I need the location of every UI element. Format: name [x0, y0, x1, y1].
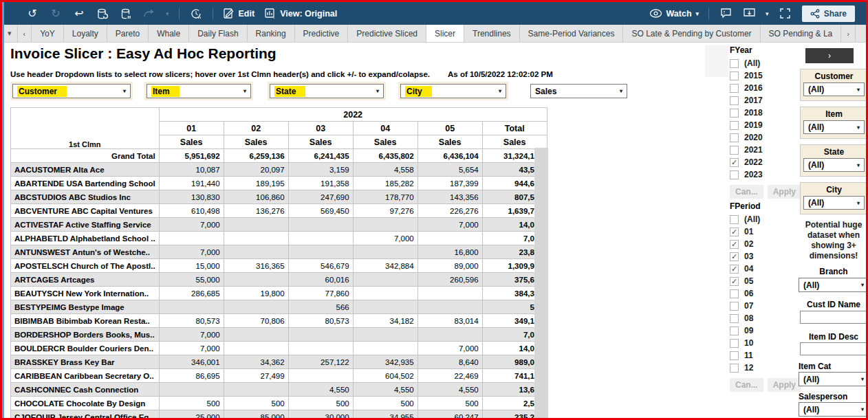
collapse-panel-button[interactable]: › [805, 48, 854, 63]
customer-label-cell[interactable]: ACTIVESTAF Active Staffing Service [11, 218, 160, 232]
sales-cell[interactable] [353, 273, 417, 287]
salesperson-dropdown[interactable]: (All)▾ [799, 402, 868, 417]
customer-label-cell[interactable]: CHOCOLATE Chocolate By Design [11, 397, 160, 410]
sales-cell[interactable] [224, 245, 288, 259]
sales-cell[interactable]: 7,000 [353, 232, 417, 245]
sales-cell[interactable]: 569,450 [288, 204, 353, 218]
sales-cell[interactable]: 7,000 [417, 342, 482, 355]
grand-total-cell[interactable]: 6,435,802 [353, 149, 417, 163]
sales-cell[interactable]: 80,573 [288, 314, 353, 328]
sales-cell[interactable] [353, 245, 417, 259]
grand-total-cell[interactable]: 6,241,435 [288, 149, 353, 163]
sales-cell[interactable]: 19,800 [224, 287, 288, 300]
sales-cell[interactable]: 7,000 [159, 342, 224, 355]
measure-header[interactable]: Sales [353, 135, 417, 149]
sales-cell[interactable]: 83,014 [417, 314, 482, 328]
tab-pareto[interactable]: Pareto [107, 25, 149, 42]
sales-cell[interactable]: 97,276 [353, 204, 417, 218]
period-header-04[interactable]: 04 [353, 122, 417, 135]
customer-label-cell[interactable]: BIBIMBAB Bibimbab Korean Resta.. [11, 314, 160, 328]
undo-icon[interactable]: ↺ [25, 7, 39, 21]
sales-cell[interactable] [288, 342, 353, 355]
tab-predictive[interactable]: Predictive [295, 25, 349, 42]
fperiod-option-08[interactable]: 08 [730, 312, 799, 324]
sales-cell[interactable] [224, 273, 288, 287]
checkbox-icon[interactable] [730, 351, 739, 360]
sales-cell[interactable] [353, 342, 417, 355]
tab-whale[interactable]: Whale [149, 25, 189, 42]
forward-icon[interactable] [142, 7, 156, 21]
sales-cell[interactable]: 30,000 [288, 410, 353, 420]
sales-cell[interactable]: 189,195 [224, 177, 288, 190]
measure-header[interactable]: Sales [224, 135, 288, 149]
sales-cell[interactable]: 566 [288, 300, 353, 314]
tab-same-period-variances[interactable]: Same-Period Variances [520, 25, 624, 42]
sales-cell[interactable]: 7,000 [417, 218, 482, 232]
sales-cell[interactable]: 106,860 [224, 190, 288, 204]
sales-cell[interactable] [288, 245, 353, 259]
fyear-option-2020[interactable]: 2020 [730, 131, 799, 144]
sales-cell[interactable]: 34,955 [353, 410, 417, 420]
tab-slicer[interactable]: Slicer [426, 25, 464, 42]
first-column-header[interactable]: 1st Clmn [11, 108, 160, 149]
checkbox-icon[interactable] [730, 327, 739, 335]
sales-cell[interactable] [353, 218, 417, 232]
sales-cell[interactable] [353, 328, 417, 342]
checkbox-checked-icon[interactable]: ✓ [730, 265, 739, 274]
tab-scroll-prev[interactable]: ‹ [18, 25, 32, 42]
redo-icon[interactable]: ↻ [49, 7, 63, 21]
sales-cell[interactable]: 187,399 [417, 177, 482, 190]
measure-header[interactable]: Sales [288, 135, 353, 149]
measure-header[interactable]: Sales [417, 135, 482, 149]
pause-updates-icon[interactable] [119, 7, 133, 21]
sales-cell[interactable] [417, 328, 482, 342]
sales-cell[interactable]: 7,000 [159, 328, 224, 342]
sales-cell[interactable]: 500 [224, 397, 288, 410]
sales-cell[interactable] [417, 232, 482, 245]
revert-icon[interactable]: ↩ [72, 7, 86, 21]
sales-cell[interactable]: 55,000 [159, 273, 224, 287]
fperiod-option-02[interactable]: ✓02 [730, 238, 799, 250]
sales-cell[interactable]: 25,000 [159, 410, 224, 420]
sales-cell[interactable] [288, 232, 353, 245]
sales-cell[interactable]: 5,654 [417, 163, 482, 177]
fperiod-option-12[interactable]: 12 [730, 362, 799, 374]
sales-cell[interactable]: 610,498 [159, 204, 224, 218]
sales-cell[interactable] [288, 369, 353, 383]
grand-total-cell[interactable]: 5,951,692 [159, 149, 224, 163]
sales-cell[interactable]: 4,550 [417, 383, 482, 397]
sales-cell[interactable]: 286,685 [159, 287, 224, 300]
tab-so-late-pending-by-customer[interactable]: SO Late & Pending by Customer [623, 25, 760, 42]
sales-cell[interactable]: 136,276 [224, 204, 288, 218]
fperiod-option-07[interactable]: 07 [730, 300, 799, 312]
sales-cell[interactable]: 22,469 [417, 369, 482, 383]
checkbox-checked-icon[interactable]: ✓ [730, 277, 739, 286]
slicer-dropdown-customer[interactable]: Customer▾ [12, 84, 131, 98]
sales-cell[interactable]: 500 [353, 397, 417, 410]
period-header-02[interactable]: 02 [224, 122, 288, 135]
sales-cell[interactable]: 77,860 [288, 287, 353, 300]
measure-header[interactable]: Sales [482, 135, 547, 149]
customer-label-cell[interactable]: CARIBBEAN Caribbean Secretary O.. [11, 369, 160, 383]
tab-so-pending-la[interactable]: SO Pending & La [761, 25, 842, 42]
fyear-option-2016[interactable]: 2016 [730, 82, 799, 94]
sales-cell[interactable]: 4,550 [288, 383, 353, 397]
checkbox-icon[interactable] [730, 59, 739, 68]
sales-cell[interactable]: 86,695 [159, 369, 224, 383]
customer-label-cell[interactable]: CJOEQUIP Jersey Central Office Eq.. [11, 410, 160, 420]
fperiod-option-04[interactable]: ✓04 [730, 263, 799, 275]
table-scrollbar[interactable] [534, 148, 548, 418]
tab-loyalty[interactable]: Loyalty [64, 25, 107, 42]
sales-cell[interactable]: 500 [417, 397, 482, 410]
sales-cell[interactable] [159, 383, 224, 397]
fperiod-option-10[interactable]: 10 [730, 337, 799, 349]
edit-button[interactable]: Edit [223, 8, 255, 19]
sales-cell[interactable]: 191,440 [159, 177, 224, 190]
sales-cell[interactable]: 4,558 [353, 163, 417, 177]
checkbox-icon[interactable] [730, 121, 739, 130]
checkbox-icon[interactable] [730, 215, 739, 224]
refresh-data-icon[interactable] [96, 7, 109, 21]
checkbox-icon[interactable] [730, 364, 739, 373]
customer-label-cell[interactable]: ANTUNSWEST Antun's of Westche.. [11, 245, 160, 259]
sales-cell[interactable] [159, 300, 224, 314]
